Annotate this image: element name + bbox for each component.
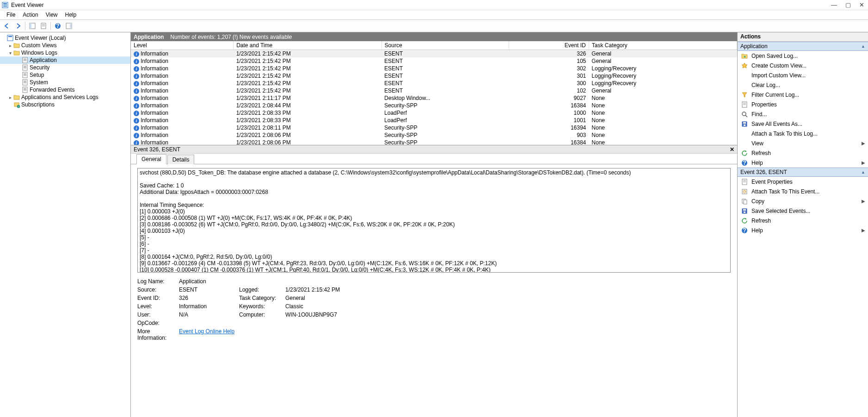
action-save-selected-events-[interactable]: Save Selected Events... [738, 206, 868, 216]
tree-node-security[interactable]: Security [0, 64, 130, 71]
event-row[interactable]: iInformation1/23/2021 2:08:06 PMSecurity… [131, 139, 737, 146]
minimize-button[interactable]: — [831, 1, 837, 8]
info-icon: i [134, 118, 139, 124]
close-detail-button[interactable]: ✕ [730, 146, 734, 153]
action-refresh[interactable]: Refresh [738, 216, 868, 225]
eventid-value: 326 [179, 295, 239, 301]
event-row[interactable]: iInformation1/23/2021 2:15:42 PMESENT301… [131, 72, 737, 80]
event-row[interactable]: iInformation1/23/2021 2:11:17 PMDesktop … [131, 94, 737, 102]
event-row[interactable]: iInformation1/23/2021 2:08:33 PMLoadPerf… [131, 109, 737, 117]
svg-point-40 [742, 112, 746, 116]
main-area: Event Viewer (Local)▸Custom Views▾Window… [0, 32, 868, 417]
log-icon [21, 71, 29, 79]
menu-help[interactable]: Help [62, 11, 80, 19]
tree-node-setup[interactable]: Setup [0, 71, 130, 79]
navigation-tree[interactable]: Event Viewer (Local)▸Custom Views▾Window… [0, 32, 131, 417]
opcode-value [179, 320, 239, 326]
svg-rect-1 [3, 3, 7, 4]
svg-rect-5 [30, 23, 31, 29]
action-label: Open Saved Log... [751, 53, 798, 59]
event-row[interactable]: iInformation1/23/2021 2:15:42 PMESENT102… [131, 87, 737, 94]
action-import-custom-view-[interactable]: Import Custom View... [738, 70, 868, 80]
info-icon: i [134, 96, 139, 101]
column-task-category[interactable]: Task Category [589, 41, 737, 50]
action-label: Help [751, 227, 763, 234]
save-icon [740, 120, 749, 128]
task-icon [740, 188, 749, 195]
action-refresh[interactable]: Refresh [738, 148, 868, 158]
actions-section-application[interactable]: Application ▲ [738, 42, 868, 51]
column-date-and-time[interactable]: Date and Time [234, 41, 382, 50]
event-list[interactable]: LevelDate and TimeSourceEvent IDTask Cat… [131, 41, 737, 145]
tree-node-forwarded-events[interactable]: Forwarded Events [0, 86, 130, 93]
event-row[interactable]: iInformation1/23/2021 2:15:42 PMESENT105… [131, 57, 737, 65]
actions-section-event[interactable]: Event 326, ESENT ▲ [738, 168, 868, 177]
toolbar: ? [0, 20, 868, 32]
event-row[interactable]: iInformation1/23/2021 2:15:42 PMESENT300… [131, 80, 737, 87]
help-button[interactable]: ? [53, 21, 63, 31]
tab-general[interactable]: General [136, 154, 166, 164]
expand-icon[interactable]: ▸ [7, 95, 13, 100]
column-event-id[interactable]: Event ID [509, 41, 589, 50]
center-header: Application Number of events: 1,207 (!) … [131, 32, 737, 41]
action-open-saved-log-[interactable]: Open Saved Log... [738, 51, 868, 61]
show-hide-console-tree-button[interactable] [27, 21, 37, 31]
taskcat-label: Task Category: [239, 295, 285, 301]
moreinfo-link[interactable]: Event Log Online Help [179, 328, 239, 341]
actions-pane: Actions Application ▲ Open Saved Log...C… [738, 32, 868, 417]
tree-node-windows-logs[interactable]: ▾Windows Logs [0, 49, 130, 56]
collapse-icon: ▲ [861, 44, 865, 49]
tree-node-applications-and-services-logs[interactable]: ▸Applications and Services Logs [0, 93, 130, 101]
action-help[interactable]: ?Help▶ [738, 225, 868, 235]
column-level[interactable]: Level [131, 41, 234, 50]
app-icon [2, 2, 8, 8]
close-button[interactable]: ✕ [859, 1, 864, 8]
tree-node-application[interactable]: Application [0, 56, 130, 64]
tab-details[interactable]: Details [167, 155, 195, 164]
keywords-label: Keywords: [239, 303, 285, 310]
action-copy[interactable]: Copy▶ [738, 196, 868, 206]
event-row[interactable]: iInformation1/23/2021 2:15:42 PMESENT326… [131, 50, 737, 57]
event-message[interactable]: svchost (880,D,50) DS_Token_DB: The data… [137, 168, 731, 273]
event-row[interactable]: iInformation1/23/2021 2:15:42 PMESENT302… [131, 65, 737, 72]
help-icon: ? [740, 159, 749, 167]
action-create-custom-view-[interactable]: Create Custom View... [738, 61, 868, 70]
menu-file[interactable]: File [3, 11, 19, 19]
tree-node-system[interactable]: System [0, 79, 130, 86]
tree-node-event-viewer-local-[interactable]: Event Viewer (Local) [0, 34, 130, 42]
event-row[interactable]: iInformation1/23/2021 2:08:11 PMSecurity… [131, 124, 737, 131]
logged-value: 1/23/2021 2:15:42 PM [285, 286, 378, 293]
action-properties[interactable]: Properties [738, 100, 868, 109]
column-source[interactable]: Source [382, 41, 509, 50]
show-hide-action-pane-button[interactable] [64, 21, 74, 31]
back-button[interactable] [2, 21, 12, 31]
action-label: Save Selected Events... [751, 208, 810, 214]
action-help[interactable]: ?Help▶ [738, 158, 868, 168]
action-filter-current-log-[interactable]: Filter Current Log... [738, 90, 868, 100]
action-clear-log-[interactable]: Clear Log... [738, 80, 868, 90]
svg-rect-31 [23, 87, 27, 93]
forward-button[interactable] [13, 21, 23, 31]
event-row[interactable]: iInformation1/23/2021 2:08:06 PMSecurity… [131, 131, 737, 139]
event-row[interactable]: iInformation1/23/2021 2:08:33 PMLoadPerf… [131, 117, 737, 124]
action-attach-task-to-this-event-[interactable]: Attach Task To This Event... [738, 187, 868, 196]
action-find-[interactable]: Find... [738, 109, 868, 119]
action-label: View [751, 140, 763, 147]
expand-icon[interactable]: ▸ [7, 43, 13, 48]
action-attach-a-task-to-this-log-[interactable]: Attach a Task To this Log... [738, 129, 868, 138]
find-icon [740, 111, 749, 118]
action-event-properties[interactable]: Event Properties [738, 177, 868, 187]
action-view[interactable]: View▶ [738, 138, 868, 148]
expand-icon[interactable]: ▾ [7, 50, 13, 56]
tree-node-custom-views[interactable]: ▸Custom Views [0, 42, 130, 49]
event-row[interactable]: iInformation1/23/2021 2:08:44 PMSecurity… [131, 102, 737, 109]
svg-rect-14 [8, 36, 12, 37]
maximize-button[interactable]: ▢ [845, 1, 851, 8]
actions-header: Actions [738, 32, 868, 42]
action-save-all-events-as-[interactable]: Save All Events As... [738, 119, 868, 129]
properties-button[interactable] [38, 21, 49, 31]
menu-view[interactable]: View [42, 11, 62, 19]
tree-node-subscriptions[interactable]: Subscriptions [0, 101, 130, 108]
menu-action[interactable]: Action [19, 11, 42, 19]
svg-rect-57 [743, 209, 746, 211]
